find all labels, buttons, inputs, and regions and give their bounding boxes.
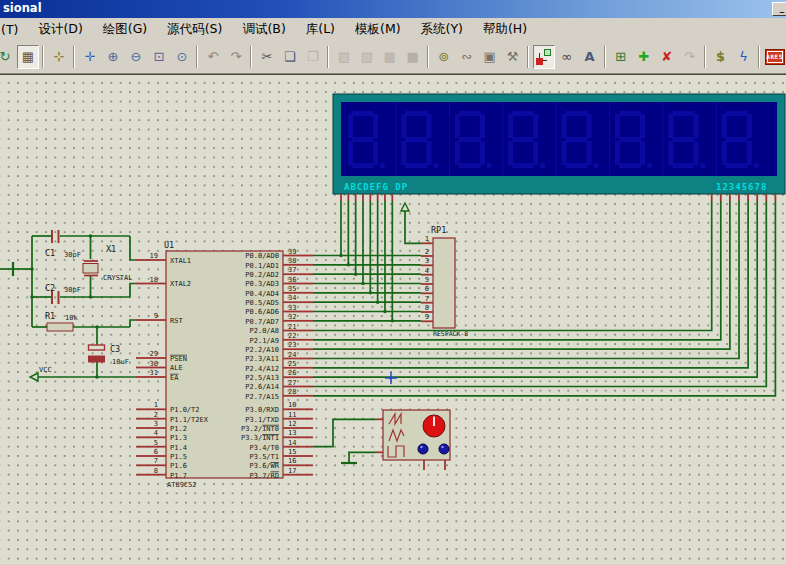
wire[interactable]: [349, 452, 375, 463]
display-segment: [401, 114, 406, 138]
display-segment: [722, 141, 727, 165]
zoom-out-icon[interactable]: ⊖: [125, 45, 147, 69]
paste-icon[interactable]: ❐: [302, 45, 324, 69]
block-rotate-icon[interactable]: ▩: [379, 45, 401, 69]
menu-item-1[interactable]: 设计(D): [28, 18, 92, 41]
generator-knob-small[interactable]: [439, 444, 449, 454]
display-segment-label: ABCDEFG DP: [344, 182, 408, 192]
wire[interactable]: [313, 419, 375, 446]
menu-item-4[interactable]: 调试(B): [232, 18, 295, 41]
property-assign-icon[interactable]: A: [579, 45, 601, 69]
undo-icon[interactable]: ↶: [202, 45, 224, 69]
display-segment: [512, 111, 534, 116]
minimize-button[interactable]: _: [772, 2, 786, 16]
generator-knob-small[interactable]: [418, 444, 428, 454]
menu-item-2[interactable]: 绘图(G): [93, 18, 157, 41]
pan-icon[interactable]: ✛: [79, 45, 101, 69]
new-sheet-icon[interactable]: ✚: [633, 45, 655, 69]
resistor-r1[interactable]: [47, 323, 73, 331]
find-icon[interactable]: ∞: [556, 45, 578, 69]
menu-item-6[interactable]: 模板(M): [345, 18, 411, 41]
ares-icon[interactable]: ARES: [764, 45, 786, 69]
design-explorer-icon[interactable]: ⊞: [610, 45, 632, 69]
display-segment: [373, 114, 378, 138]
bom-icon[interactable]: $: [710, 45, 732, 69]
menu-item-7[interactable]: 系统(Y): [411, 18, 473, 41]
zoom-area-icon[interactable]: ⊙: [171, 45, 193, 69]
block-delete-icon[interactable]: ■: [402, 45, 424, 69]
pin-name: P2.5/A13: [245, 374, 279, 382]
vcc-power-terminal[interactable]: [30, 373, 38, 381]
remove-sheet-icon[interactable]: ✘: [656, 45, 678, 69]
pin-number: 14: [288, 439, 296, 447]
wire-autoroute-icon[interactable]: [533, 45, 555, 69]
capacitor-c3[interactable]: [89, 345, 105, 350]
display-dp: [594, 163, 599, 168]
origin-icon[interactable]: ⊹: [48, 45, 70, 69]
r1-ref: R1: [45, 311, 55, 321]
wire[interactable]: [130, 284, 136, 298]
block-copy-icon[interactable]: ▧: [333, 45, 355, 69]
wire[interactable]: [313, 201, 721, 340]
cut-icon[interactable]: ✂: [256, 45, 278, 69]
capacitor-c3[interactable]: [89, 356, 105, 362]
menu-item-3[interactable]: 源代码(S): [157, 18, 232, 41]
pin-number: 29: [150, 350, 158, 358]
schematic-canvas[interactable]: C130pFC230pFX1CRYSTALR110kC310uFVCCU1AT8…: [0, 74, 786, 564]
wire[interactable]: [313, 201, 730, 349]
wire[interactable]: [130, 236, 136, 260]
c3-value: 10uF: [112, 358, 129, 366]
copy-icon[interactable]: ❏: [279, 45, 301, 69]
pin-name: P0.2/AD2: [245, 271, 279, 279]
toolbar-separator: [73, 46, 75, 68]
c2-value: 30pF: [64, 286, 81, 294]
wire-junction: [30, 267, 34, 271]
display-segment: [480, 114, 485, 138]
pin-number: 28: [288, 388, 296, 396]
display-segment: [533, 114, 538, 138]
pin-name: P3.7/RD: [249, 472, 279, 480]
wire-junction: [95, 375, 99, 379]
erc-icon[interactable]: ϟ: [733, 45, 755, 69]
crystal-body[interactable]: [83, 264, 98, 274]
pin-number: 25: [288, 360, 296, 368]
block-move-icon[interactable]: ▨: [356, 45, 378, 69]
c1-value: 30pF: [64, 251, 81, 259]
pin-number: 17: [288, 467, 296, 475]
repair-icon[interactable]: ⚒: [502, 45, 524, 69]
wire-junction: [30, 295, 34, 299]
wire[interactable]: [313, 201, 775, 396]
add-plug-icon[interactable]: ∾: [456, 45, 478, 69]
goto-part-icon[interactable]: ⊚: [433, 45, 455, 69]
mcu-value: AT89C52: [167, 481, 197, 489]
goto-sheet-icon[interactable]: ↷: [679, 45, 701, 69]
pin-name: P1.1/T2EX: [170, 416, 209, 424]
wire[interactable]: [405, 211, 421, 243]
pin-number: 3: [154, 420, 158, 428]
edit-chip-icon[interactable]: ▣: [479, 45, 501, 69]
grid-toggle-icon[interactable]: ▦: [17, 45, 39, 69]
menubar: (T)设计(D)绘图(G)源代码(S)调试(B)库(L)模板(M)系统(Y)帮助…: [0, 18, 786, 40]
zoom-full-icon[interactable]: ⊡: [148, 45, 170, 69]
wire[interactable]: [313, 201, 757, 377]
wire[interactable]: [130, 320, 136, 327]
toolbar-separator: [704, 46, 706, 68]
pin-name: P3.2/INT0: [241, 425, 279, 433]
toolbar-separator: [327, 46, 329, 68]
menu-item-5[interactable]: 库(L): [296, 18, 345, 41]
redraw-icon[interactable]: ↻: [0, 45, 16, 69]
redo-icon[interactable]: ↷: [225, 45, 247, 69]
display-segment: [726, 163, 748, 168]
menu-item-0[interactable]: (T): [0, 19, 28, 40]
respack-body[interactable]: [433, 238, 455, 328]
display-segment: [373, 141, 378, 165]
display-segment: [668, 114, 673, 138]
display-segment: [352, 163, 374, 168]
pin-number: 23: [288, 341, 296, 349]
display-segment: [619, 137, 641, 142]
menu-item-8[interactable]: 帮助(H): [473, 18, 537, 41]
power-terminal[interactable]: [401, 203, 409, 211]
pin-number: 8: [425, 304, 429, 312]
zoom-in-icon[interactable]: ⊕: [102, 45, 124, 69]
display-dp: [487, 163, 492, 168]
